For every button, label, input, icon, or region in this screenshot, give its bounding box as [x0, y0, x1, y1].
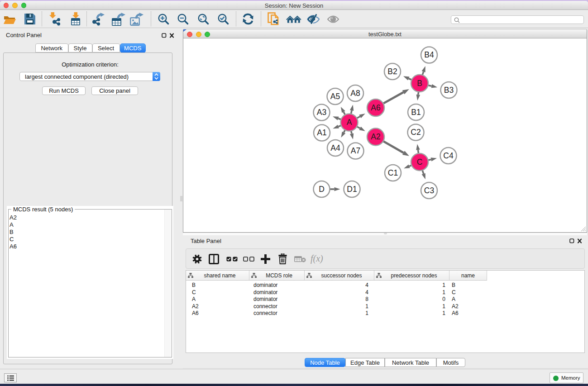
svg-text:C: C [417, 157, 423, 167]
svg-text:C2: C2 [411, 128, 421, 137]
svg-text:A5: A5 [330, 92, 340, 101]
svg-text:B3: B3 [444, 86, 454, 95]
svg-text:A1: A1 [317, 128, 326, 137]
svg-text:C4: C4 [443, 151, 454, 160]
svg-text:B1: B1 [411, 108, 421, 117]
svg-text:A2: A2 [371, 132, 380, 141]
svg-text:B4: B4 [424, 50, 434, 59]
svg-text:B2: B2 [387, 67, 397, 76]
svg-text:A: A [347, 118, 352, 127]
svg-text:A7: A7 [351, 146, 360, 155]
svg-text:D: D [319, 185, 325, 194]
svg-text:A3: A3 [317, 108, 326, 117]
svg-text:D1: D1 [347, 185, 357, 194]
svg-text:C3: C3 [424, 186, 434, 195]
svg-text:A8: A8 [350, 89, 360, 98]
svg-text:C1: C1 [388, 168, 398, 177]
svg-text:A6: A6 [371, 103, 380, 112]
svg-text:B: B [417, 79, 422, 88]
svg-text:A4: A4 [330, 143, 340, 152]
